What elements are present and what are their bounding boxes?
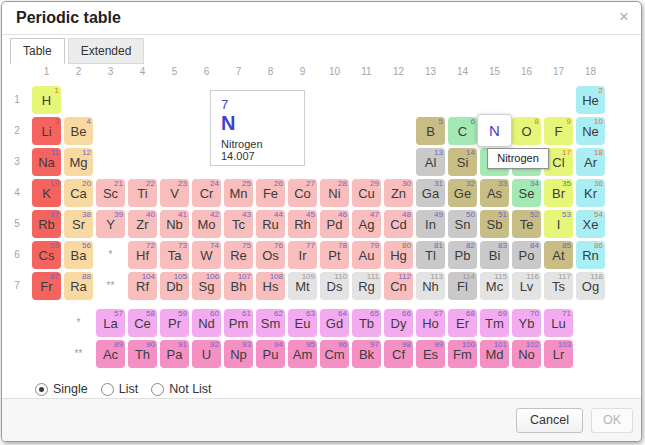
- element-Dy[interactable]: 66Dy: [384, 309, 413, 337]
- element-Th[interactable]: 90Th: [128, 340, 157, 368]
- element-Y[interactable]: 39Y: [96, 210, 125, 238]
- element-Al[interactable]: 13Al: [416, 148, 445, 176]
- element-Po[interactable]: 84Po: [512, 241, 541, 269]
- element-Sn[interactable]: 50Sn: [448, 210, 477, 238]
- element-Cf[interactable]: 98Cf: [384, 340, 413, 368]
- element-O[interactable]: 8O: [512, 117, 541, 145]
- element-K[interactable]: 19K: [32, 179, 61, 207]
- element-Pu[interactable]: 94Pu: [256, 340, 285, 368]
- element-Co[interactable]: 27Co: [288, 179, 317, 207]
- element-Rn[interactable]: 86Rn: [576, 241, 605, 269]
- element-Sb[interactable]: 51Sb: [480, 210, 509, 238]
- element-Ge[interactable]: 32Ge: [448, 179, 477, 207]
- element-V[interactable]: 23V: [160, 179, 189, 207]
- element-Bk[interactable]: 97Bk: [352, 340, 381, 368]
- element-La[interactable]: 57La: [96, 309, 125, 337]
- element-Bi[interactable]: 83Bi: [480, 241, 509, 269]
- element-Mt[interactable]: 109Mt: [288, 272, 317, 300]
- element-Cs[interactable]: 55Cs: [32, 241, 61, 269]
- element-Au[interactable]: 79Au: [352, 241, 381, 269]
- element-Ne[interactable]: 10Ne: [576, 117, 605, 145]
- element-Rf[interactable]: 104Rf: [128, 272, 157, 300]
- element-Ru[interactable]: 44Ru: [256, 210, 285, 238]
- element-Ra[interactable]: 88Ra: [64, 272, 93, 300]
- element-Pa[interactable]: 91Pa: [160, 340, 189, 368]
- element-Tc[interactable]: 43Tc: [224, 210, 253, 238]
- element-Er[interactable]: 68Er: [448, 309, 477, 337]
- radio-list[interactable]: List: [101, 382, 138, 396]
- element-Pr[interactable]: 59Pr: [160, 309, 189, 337]
- element-Tm[interactable]: 69Tm: [480, 309, 509, 337]
- element-Zr[interactable]: 40Zr: [128, 210, 157, 238]
- element-Tl[interactable]: 81Tl: [416, 241, 445, 269]
- element-Lv[interactable]: 116Lv: [512, 272, 541, 300]
- element-As[interactable]: 33As: [480, 179, 509, 207]
- element-No[interactable]: 102No: [512, 340, 541, 368]
- element-Ce[interactable]: 58Ce: [128, 309, 157, 337]
- element-Mc[interactable]: 115Mc: [480, 272, 509, 300]
- element-Pd[interactable]: 46Pd: [320, 210, 349, 238]
- element-Fe[interactable]: 26Fe: [256, 179, 285, 207]
- element-Db[interactable]: 105Db: [160, 272, 189, 300]
- element-Cn[interactable]: 112Cn: [384, 272, 413, 300]
- element-Rh[interactable]: 45Rh: [288, 210, 317, 238]
- element-Fl[interactable]: 114Fl: [448, 272, 477, 300]
- ok-button[interactable]: OK: [591, 408, 633, 433]
- element-C[interactable]: 6C: [448, 117, 477, 145]
- element-Fm[interactable]: 100Fm: [448, 340, 477, 368]
- element-Os[interactable]: 76Os: [256, 241, 285, 269]
- element-Be[interactable]: 4Be: [64, 117, 93, 145]
- element-Ir[interactable]: 77Ir: [288, 241, 317, 269]
- element-Yb[interactable]: 70Yb: [512, 309, 541, 337]
- radio-list-icon[interactable]: [101, 383, 114, 396]
- element-Sg[interactable]: 106Sg: [192, 272, 221, 300]
- element-Re[interactable]: 75Re: [224, 241, 253, 269]
- element-Tb[interactable]: 65Tb: [352, 309, 381, 337]
- element-Te[interactable]: 52Te: [512, 210, 541, 238]
- element-At[interactable]: 85At: [544, 241, 573, 269]
- element-Cm[interactable]: 96Cm: [320, 340, 349, 368]
- element-Nd[interactable]: 60Nd: [192, 309, 221, 337]
- element-Na[interactable]: 11Na: [32, 148, 61, 176]
- element-Cr[interactable]: 24Cr: [192, 179, 221, 207]
- element-Nh[interactable]: 113Nh: [416, 272, 445, 300]
- element-Ar[interactable]: 18Ar: [576, 148, 605, 176]
- element-Sm[interactable]: 62Sm: [256, 309, 285, 337]
- element-Kr[interactable]: 36Kr: [576, 179, 605, 207]
- element-Mn[interactable]: 25Mn: [224, 179, 253, 207]
- element-Cu[interactable]: 29Cu: [352, 179, 381, 207]
- element-Ti[interactable]: 22Ti: [128, 179, 157, 207]
- element-Pt[interactable]: 78Pt: [320, 241, 349, 269]
- element-Br[interactable]: 35Br: [544, 179, 573, 207]
- element-Ta[interactable]: 73Ta: [160, 241, 189, 269]
- element-B[interactable]: 5B: [416, 117, 445, 145]
- element-Fr[interactable]: 87Fr: [32, 272, 61, 300]
- element-Bh[interactable]: 107Bh: [224, 272, 253, 300]
- element-Nb[interactable]: 41Nb: [160, 210, 189, 238]
- element-Ni[interactable]: 28Ni: [320, 179, 349, 207]
- element-Gd[interactable]: 64Gd: [320, 309, 349, 337]
- element-Lu[interactable]: 71Lu: [544, 309, 573, 337]
- element-Eu[interactable]: 63Eu: [288, 309, 317, 337]
- element-Pb[interactable]: 82Pb: [448, 241, 477, 269]
- element-Cd[interactable]: 48Cd: [384, 210, 413, 238]
- element-I[interactable]: 53I: [544, 210, 573, 238]
- element-He[interactable]: 2He: [576, 86, 605, 114]
- element-N[interactable]: 7N: [477, 114, 512, 147]
- element-Ho[interactable]: 67Ho: [416, 309, 445, 337]
- radio-single-icon[interactable]: [35, 383, 48, 396]
- element-Ds[interactable]: 110Ds: [320, 272, 349, 300]
- element-Ca[interactable]: 20Ca: [64, 179, 93, 207]
- element-Am[interactable]: 95Am: [288, 340, 317, 368]
- element-Rg[interactable]: 111Rg: [352, 272, 381, 300]
- element-In[interactable]: 49In: [416, 210, 445, 238]
- element-Lr[interactable]: 103Lr: [544, 340, 573, 368]
- element-Md[interactable]: 101Md: [480, 340, 509, 368]
- element-Ts[interactable]: 117Ts: [544, 272, 573, 300]
- cancel-button[interactable]: Cancel: [516, 408, 583, 433]
- element-Ga[interactable]: 31Ga: [416, 179, 445, 207]
- element-Ac[interactable]: 89Ac: [96, 340, 125, 368]
- element-H[interactable]: 1H: [32, 86, 61, 114]
- element-Es[interactable]: 99Es: [416, 340, 445, 368]
- element-Se[interactable]: 34Se: [512, 179, 541, 207]
